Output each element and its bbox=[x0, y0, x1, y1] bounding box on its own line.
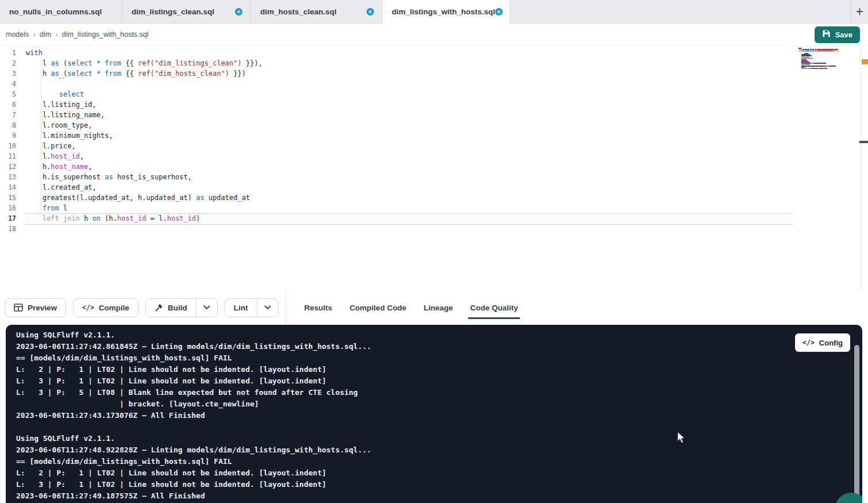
file-tab[interactable]: dim_listings_with_hosts.sql bbox=[383, 0, 510, 23]
code-line[interactable]: 8 l.room_type, bbox=[0, 120, 868, 130]
toolbar-buttons: Preview</>CompileBuildLint bbox=[5, 298, 286, 317]
chevron-down-icon bbox=[264, 305, 271, 310]
code-line-text: l.listing_name, bbox=[26, 110, 105, 120]
code-line[interactable]: 14 l.created_at, bbox=[0, 182, 868, 193]
save-button[interactable]: Save bbox=[815, 26, 860, 43]
file-tab-label: dim_listings_with_hosts.sql bbox=[392, 7, 495, 16]
lint-button[interactable]: Lint bbox=[225, 298, 257, 317]
breadcrumb-item[interactable]: models bbox=[6, 30, 29, 39]
line-number: 17 bbox=[0, 213, 26, 224]
floppy-icon bbox=[822, 29, 831, 40]
file-tab[interactable]: dim_listings_clean.sql bbox=[122, 0, 251, 23]
compile-button[interactable]: </>Compile bbox=[73, 298, 138, 317]
code-lines: 1with2 l as (select * from {{ ref("dim_l… bbox=[0, 48, 868, 234]
chevron-down-icon bbox=[203, 305, 210, 310]
code-icon: </> bbox=[803, 339, 815, 347]
breadcrumb-item[interactable]: dim_listings_with_hosts.sql bbox=[62, 30, 149, 39]
code-line-text: greatest(l.updated_at, h.updated_at) as … bbox=[26, 193, 250, 203]
line-number: 10 bbox=[0, 141, 26, 151]
code-line-text: l.listing_id, bbox=[26, 99, 97, 110]
code-line[interactable]: 15 greatest(l.updated_at, h.updated_at) … bbox=[0, 193, 868, 203]
breadcrumb-item[interactable]: dim bbox=[40, 30, 51, 39]
line-number: 11 bbox=[0, 151, 26, 162]
code-line-text: l as (select * from {{ ref("dim_listings… bbox=[26, 58, 263, 68]
result-tabs: ResultsCompiled CodeLineageCode Quality bbox=[304, 290, 535, 325]
file-tab[interactable]: dim_hosts_clean.sql bbox=[251, 0, 383, 23]
result-tab-code-quality[interactable]: Code Quality bbox=[470, 290, 518, 325]
line-number: 15 bbox=[0, 193, 26, 203]
button-label: Compile bbox=[99, 304, 129, 312]
help-bubble-button[interactable] bbox=[835, 493, 862, 503]
code-line-text: h.host_name, bbox=[26, 162, 92, 172]
unsaved-indicator-icon[interactable] bbox=[235, 8, 242, 16]
code-line-text: select bbox=[26, 89, 84, 99]
toolbar-divider bbox=[286, 290, 286, 325]
result-tab-compiled-code[interactable]: Compiled Code bbox=[349, 290, 406, 325]
save-button-label: Save bbox=[835, 30, 852, 39]
overview-ruler-position-marker bbox=[859, 141, 868, 143]
line-number: 13 bbox=[0, 172, 26, 182]
button-label: Lint bbox=[234, 304, 248, 312]
code-line-text: l.minimum_nights, bbox=[26, 130, 113, 141]
file-tab[interactable]: no_nulls_in_columns.sql bbox=[0, 0, 122, 23]
code-editor[interactable]: 1with2 l as (select * from {{ ref("dim_l… bbox=[0, 47, 868, 290]
file-tab-label: dim_listings_clean.sql bbox=[132, 7, 214, 16]
preview-button[interactable]: Preview bbox=[5, 298, 66, 317]
code-line[interactable]: 12 h.host_name, bbox=[0, 162, 868, 172]
code-line-text: l.created_at, bbox=[26, 182, 97, 193]
code-line[interactable]: 10 l.price, bbox=[0, 141, 868, 151]
result-tab-lineage[interactable]: Lineage bbox=[423, 290, 453, 325]
breadcrumb: models›dim›dim_listings_with_hosts.sql bbox=[6, 30, 149, 39]
hammer-icon bbox=[155, 304, 163, 312]
lint-dropdown-button[interactable] bbox=[257, 298, 279, 317]
code-line[interactable]: 9 l.minimum_nights, bbox=[0, 130, 868, 141]
build-dropdown-button[interactable] bbox=[196, 298, 218, 317]
build-button[interactable]: Build bbox=[145, 298, 196, 317]
line-number: 9 bbox=[0, 130, 26, 141]
line-number: 2 bbox=[0, 58, 26, 68]
terminal-scrollbar-thumb[interactable] bbox=[854, 345, 859, 503]
new-tab-button[interactable]: + bbox=[851, 0, 868, 23]
code-line-text: h.is_superhost as host_is_superhost, bbox=[26, 172, 192, 182]
overview-ruler-divider bbox=[860, 47, 861, 290]
code-line-text: l.price, bbox=[26, 141, 76, 151]
button-label: Build bbox=[168, 304, 187, 312]
line-number: 6 bbox=[0, 99, 26, 110]
code-line[interactable]: 13 h.is_superhost as host_is_superhost, bbox=[0, 172, 868, 182]
code-line[interactable]: 5 select bbox=[0, 89, 868, 99]
file-tab-label: dim_hosts_clean.sql bbox=[260, 7, 337, 16]
tab-bar: no_nulls_in_columns.sqldim_listings_clea… bbox=[0, 0, 868, 24]
code-line[interactable]: 7 l.listing_name, bbox=[0, 110, 868, 120]
button-label: Preview bbox=[28, 304, 57, 312]
terminal-output[interactable]: Using SQLFluff v2.1.1. 2023-06-06T11:27:… bbox=[16, 329, 371, 502]
code-line[interactable]: 18 bbox=[0, 224, 868, 234]
action-toolbar: Preview</>CompileBuildLint ResultsCompil… bbox=[0, 290, 868, 325]
code-icon: </> bbox=[82, 304, 94, 312]
code-line-text: l.host_id, bbox=[26, 151, 84, 162]
code-line[interactable]: 2 l as (select * from {{ ref("dim_listin… bbox=[0, 58, 868, 68]
tab-bar-tabs: no_nulls_in_columns.sqldim_listings_clea… bbox=[0, 0, 510, 23]
code-line-text: left join h on (h.host_id = l.host_id) bbox=[26, 213, 200, 224]
result-tab-results[interactable]: Results bbox=[304, 290, 333, 325]
unsaved-indicator-icon[interactable] bbox=[495, 8, 503, 16]
line-number: 8 bbox=[0, 120, 26, 130]
code-line-text: from l bbox=[26, 203, 67, 213]
minimap[interactable] bbox=[798, 48, 839, 70]
code-line[interactable]: 16 from l bbox=[0, 203, 868, 213]
code-line[interactable]: 4 bbox=[0, 79, 868, 89]
code-line[interactable]: 1with bbox=[0, 48, 868, 58]
unsaved-indicator-icon[interactable] bbox=[367, 8, 374, 16]
line-number: 7 bbox=[0, 110, 26, 120]
code-line[interactable]: 3 h as (select * from {{ ref("dim_hosts_… bbox=[0, 68, 868, 79]
line-number: 12 bbox=[0, 162, 26, 172]
code-line[interactable]: 6 l.listing_id, bbox=[0, 99, 868, 110]
config-button[interactable]: </> Config bbox=[795, 333, 850, 352]
line-number: 1 bbox=[0, 48, 26, 58]
breadcrumb-separator-icon: › bbox=[55, 30, 58, 39]
code-line[interactable]: 17 left join h on (h.host_id = l.host_id… bbox=[0, 213, 868, 224]
code-line[interactable]: 11 l.host_id, bbox=[0, 151, 868, 162]
config-button-label: Config bbox=[819, 339, 843, 347]
breadcrumb-separator-icon: › bbox=[33, 30, 36, 39]
line-number: 16 bbox=[0, 203, 26, 213]
code-line-text: with bbox=[26, 48, 43, 58]
